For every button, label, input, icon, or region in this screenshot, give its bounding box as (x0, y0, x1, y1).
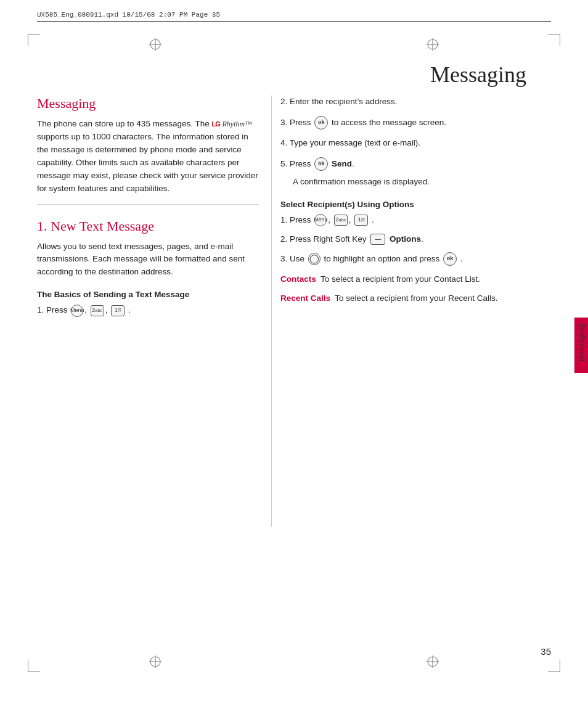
ok-button-icon-step5: ok (314, 157, 328, 171)
sel-step2-options: Options (390, 234, 421, 244)
rhythm-text: Rhythm™ (222, 118, 251, 130)
messaging-body-1: The phone can store up to 435 messages. … (37, 118, 259, 195)
confirmation-text: A confirmation message is displayed. (293, 176, 508, 189)
basics-heading: The Basics of Sending a Text Message (37, 290, 259, 299)
sel-step-2: 2. Press Right Soft Key ― Options. (280, 233, 508, 246)
right-step-5: 5. Press ok Send. (280, 157, 508, 171)
corner-mark-br (548, 660, 560, 672)
ok-button-icon-step3: ok (314, 116, 328, 129)
step4-text: 4. Type your message (text or e-mail). (280, 137, 420, 150)
reg-mark-bl (148, 654, 163, 669)
lg-logo: LG (211, 119, 219, 129)
recent-calls-item: Recent Calls To select a recipient from … (280, 292, 508, 305)
sel-1-button-icon: 1⊟ (354, 215, 368, 226)
step3-text: 3. Press ok to access the message screen… (280, 116, 446, 129)
step2-text: 2. Enter the recipient’s address. (280, 96, 398, 109)
contacts-item: Contacts To select a recipient from your… (280, 273, 508, 286)
2abc-button-icon: 2abc (91, 305, 104, 316)
messaging-heading: Messaging (37, 96, 259, 112)
right-step-2: 2. Enter the recipient’s address. (280, 96, 508, 109)
sel-step-1: 1. Press Menu, 2abc, 1⊟ . (280, 214, 508, 227)
corner-mark-tl (28, 34, 40, 46)
1-button-icon: 1⊟ (111, 305, 125, 316)
sel-2abc-button-icon: 2abc (334, 215, 348, 226)
sel-step-3: 3. Use ◯ to highlight an option and pres… (280, 252, 508, 266)
corner-mark-bl (28, 660, 40, 672)
right-step-3: 3. Press ok to access the message screen… (280, 116, 508, 129)
right-step-4: 4. Type your message (text or e-mail). (280, 137, 508, 150)
side-tab: Messaging (574, 293, 588, 392)
recent-calls-desc: To select a recipient from your Recent C… (335, 293, 497, 303)
sel-step1-text: 1. Press Menu, 2abc, 1⊟ . (280, 214, 374, 227)
sel-step3-text: 3. Use ◯ to highlight an option and pres… (280, 252, 462, 266)
recent-calls-label: Recent Calls (280, 293, 330, 303)
reg-mark-br (425, 654, 440, 669)
left-column: Messaging The phone can store up to 435 … (37, 96, 259, 322)
sel-menu-button-icon: Menu (314, 214, 327, 226)
right-column: 2. Enter the recipient’s address. 3. Pre… (280, 96, 539, 311)
step1-text: 1. Press Menu, 2abc, 1⊟ . (37, 304, 131, 317)
rsk-icon: ― (370, 234, 385, 245)
new-text-message-body: Allows you to send text messages, pages,… (37, 240, 259, 279)
select-recipients-heading: Select Recipient(s) Using Options (280, 200, 508, 209)
new-text-message-heading: 1. New Text Message (37, 218, 259, 234)
nav-icon: ◯ (308, 253, 321, 265)
step5-text: 5. Press ok Send. (280, 157, 354, 171)
reg-mark-tr (425, 37, 440, 52)
reg-mark-tl (148, 37, 163, 52)
contacts-label: Contacts (280, 274, 316, 284)
step5-send-label: Send (332, 158, 352, 168)
column-divider (271, 96, 272, 527)
page-title: Messaging (0, 62, 563, 88)
menu-button-icon: Menu (71, 305, 83, 317)
contacts-desc: To select a recipient from your Contact … (321, 274, 480, 284)
basics-step-1: 1. Press Menu, 2abc, 1⊟ . (37, 304, 259, 317)
corner-mark-tr (548, 34, 560, 46)
print-header: UX585_Eng_080911.qxd 10/15/08 2:07 PM Pa… (37, 11, 551, 22)
ok-button-icon-sel: ok (443, 252, 457, 266)
sel-step2-text: 2. Press Right Soft Key ― Options. (280, 233, 423, 246)
page-number: 35 (541, 646, 551, 657)
section-divider-1 (37, 204, 259, 205)
